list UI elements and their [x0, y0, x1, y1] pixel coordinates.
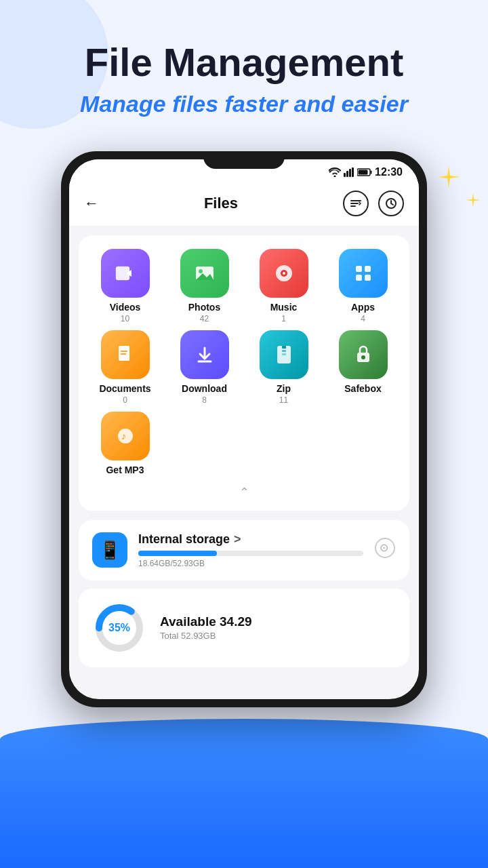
main-title: File Management: [27, 41, 461, 84]
available-sub: Total 52.93GB: [160, 631, 396, 641]
svg-rect-21: [365, 266, 371, 272]
file-item-documents[interactable]: Documents0: [85, 330, 165, 405]
phone-screen: 12:30 ← Files: [69, 159, 419, 699]
status-icons: 12:30: [329, 166, 403, 178]
file-label: Safebox: [344, 383, 381, 394]
storage-bar-bg: [138, 551, 363, 556]
collapse-chevron[interactable]: ⌃: [85, 475, 403, 504]
bg-wave-bottom: [0, 719, 488, 868]
file-count: 4: [361, 314, 365, 323]
file-item-zip[interactable]: Zip11: [244, 330, 323, 405]
sub-title: Manage files faster and easier: [27, 91, 461, 117]
file-item-photos[interactable]: Photos42: [165, 249, 244, 323]
svg-rect-2: [349, 169, 351, 177]
file-count: 10: [121, 314, 129, 323]
status-time: 12:30: [375, 166, 403, 178]
available-card: 35% Available 34.29 Total 52.93GB: [79, 589, 409, 667]
storage-row: 📱 Internal storage > 18.64GB/52.93GB: [92, 532, 396, 568]
storage-arrow: >: [234, 532, 241, 547]
svg-rect-6: [359, 170, 368, 174]
file-label: Download: [182, 383, 227, 394]
sparkle-2: [465, 192, 481, 211]
storage-info: Internal storage > 18.64GB/52.93GB: [138, 532, 363, 568]
file-label: Photos: [188, 302, 220, 313]
nav-bar: ← Files: [69, 181, 419, 226]
svg-rect-22: [356, 275, 362, 281]
phone-wrapper: 12:30 ← Files: [0, 151, 488, 707]
storage-card[interactable]: 📱 Internal storage > 18.64GB/52.93GB: [79, 520, 409, 580]
file-item-safebox[interactable]: Safebox: [323, 330, 403, 405]
phone-frame: 12:30 ← Files: [61, 151, 427, 707]
wifi-icon: [329, 167, 341, 177]
storage-icon: 📱: [92, 532, 127, 568]
file-label: Documents: [99, 383, 150, 394]
storage-bar-fill: [138, 551, 217, 556]
svg-rect-25: [121, 346, 129, 361]
svg-rect-20: [356, 266, 362, 272]
svg-rect-0: [344, 173, 346, 177]
file-count: 42: [200, 314, 209, 323]
file-label: Zip: [277, 383, 291, 394]
file-item-download[interactable]: Download8: [165, 330, 244, 405]
file-icon-get mp3: ♪: [101, 412, 150, 460]
files-grid: Videos10Photos42Music1Apps4Documents0Dow…: [85, 249, 403, 475]
file-icon-photos: [180, 249, 229, 298]
storage-folder-icon: ⊙: [374, 537, 396, 564]
file-icon-zip: [260, 330, 308, 379]
file-icon-safebox: [339, 330, 388, 379]
svg-rect-3: [352, 167, 354, 177]
file-count: 8: [202, 395, 207, 405]
file-item-videos[interactable]: Videos10: [85, 249, 165, 323]
phone-notch: [203, 151, 285, 169]
file-item-apps[interactable]: Apps4: [323, 249, 403, 323]
file-icon-documents: [101, 330, 150, 379]
history-button[interactable]: [378, 191, 404, 216]
svg-rect-23: [365, 275, 371, 281]
nav-icons: [343, 191, 404, 216]
donut-label: 35%: [108, 622, 130, 634]
available-title: Available 34.29: [160, 614, 396, 629]
svg-rect-1: [346, 171, 348, 177]
signal-icon: [344, 167, 354, 177]
sort-button[interactable]: [343, 191, 369, 216]
back-button[interactable]: ←: [84, 195, 99, 212]
svg-point-19: [283, 272, 285, 275]
svg-rect-33: [282, 353, 286, 355]
file-icon-apps: [339, 249, 388, 298]
file-icon-videos: [101, 249, 150, 298]
svg-text:♪: ♪: [121, 431, 126, 441]
sparkle-1: [436, 165, 461, 192]
file-count: 1: [281, 314, 286, 323]
file-item-music[interactable]: Music1: [244, 249, 323, 323]
files-card: Videos10Photos42Music1Apps4Documents0Dow…: [79, 235, 409, 511]
svg-rect-5: [371, 170, 372, 174]
file-label: Music: [270, 302, 298, 313]
donut-wrapper: 35%: [92, 601, 146, 655]
nav-title: Files: [204, 195, 238, 212]
storage-gb: 18.64GB/52.93GB: [138, 559, 363, 568]
sort-icon: [350, 197, 362, 210]
svg-rect-32: [282, 350, 286, 352]
file-icon-music: [260, 249, 308, 298]
sparkle-icon-2: [465, 192, 481, 208]
file-count: 0: [123, 395, 127, 405]
file-label: Apps: [351, 302, 375, 313]
file-icon-download: [180, 330, 229, 379]
sparkle-icon-1: [436, 165, 461, 189]
available-info: Available 34.29 Total 52.93GB: [160, 614, 396, 641]
file-label: Videos: [110, 302, 141, 313]
file-label: Get MP3: [106, 465, 144, 475]
svg-point-15: [199, 269, 203, 273]
history-icon: [385, 197, 397, 210]
file-item-get-mp3[interactable]: ♪Get MP3: [85, 412, 165, 475]
storage-title: Internal storage: [138, 532, 230, 547]
svg-text:⊙: ⊙: [380, 542, 388, 553]
file-count: 11: [279, 395, 288, 405]
battery-icon: [357, 168, 372, 176]
header-section: File Management Manage files faster and …: [0, 0, 488, 138]
svg-rect-31: [282, 346, 286, 349]
